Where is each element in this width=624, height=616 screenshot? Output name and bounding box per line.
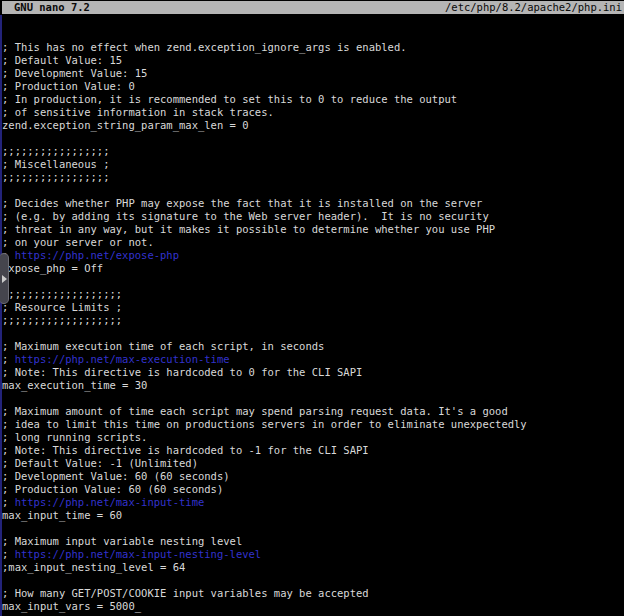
editor-line: ; https://php.net/max-input-nesting-leve… bbox=[2, 548, 624, 561]
editor-line: ; threat in any way, but it makes it pos… bbox=[2, 223, 624, 236]
nano-titlebar: GNU nano 7.2 /etc/php/8.2/apache2/php.in… bbox=[2, 1, 624, 14]
editor-line: ;max_input_nesting_level = 64 bbox=[2, 561, 624, 574]
editor-line: ;;;;;;;;;;;;;;;;; bbox=[2, 171, 624, 184]
editor-line: ; https://php.net/expose-php bbox=[2, 249, 624, 262]
editor-line: ; Default Value: -1 (Unlimited) bbox=[2, 457, 624, 470]
editor-line: ;;;;;;;;;;;;;;;;;;; bbox=[2, 288, 624, 301]
open-file-path: /etc/php/8.2/apache2/php.ini bbox=[445, 1, 624, 14]
control-bar-handle[interactable] bbox=[0, 253, 9, 304]
php-doc-url: https://php.net/expose-php bbox=[15, 249, 179, 261]
editor-line: ; In production, it is recommended to se… bbox=[2, 93, 624, 106]
editor-line bbox=[2, 392, 624, 405]
editor-line: ; Production Value: 0 bbox=[2, 80, 624, 93]
editor-line bbox=[2, 574, 624, 587]
editor-line: max_input_vars = 5000_ bbox=[2, 600, 624, 613]
expand-arrow-icon bbox=[2, 275, 7, 283]
editor-line: ; long running scripts. bbox=[2, 431, 624, 444]
editor-line: ; (e.g. by adding its signature to the W… bbox=[2, 210, 624, 223]
editor-line: ; Miscellaneous ; bbox=[2, 158, 624, 171]
editor-line: ; How many GET/POST/COOKIE input variabl… bbox=[2, 587, 624, 600]
editor-line bbox=[2, 184, 624, 197]
editor-line: ; Default Value: 15 bbox=[2, 54, 624, 67]
editor-line: max_input_time = 60 bbox=[2, 509, 624, 522]
editor-line: ;;;;;;;;;;;;;;;;; bbox=[2, 145, 624, 158]
editor-line: ; on your server or not. bbox=[2, 236, 624, 249]
editor-line bbox=[2, 327, 624, 340]
editor-line: ; Development Value: 15 bbox=[2, 67, 624, 80]
editor-line bbox=[2, 132, 624, 145]
editor-line: ; https://php.net/max-execution-time bbox=[2, 353, 624, 366]
editor-line: ; of sensitive information in stack trac… bbox=[2, 106, 624, 119]
php-doc-url: https://php.net/max-input-time bbox=[15, 496, 205, 508]
php-doc-url: https://php.net/max-execution-time bbox=[15, 353, 230, 365]
editor-line: ;;;;;;;;;;;;;;;;;;; bbox=[2, 314, 624, 327]
editor-area[interactable]: ; This has no effect when zend.exception… bbox=[0, 15, 624, 616]
editor-line: ; Development Value: 60 (60 seconds) bbox=[2, 470, 624, 483]
terminal-screen: GNU nano 7.2 /etc/php/8.2/apache2/php.in… bbox=[0, 0, 624, 616]
editor-line: ; Note: This directive is hardcoded to 0… bbox=[2, 366, 624, 379]
editor-line: ; Maximum amount of time each script may… bbox=[2, 405, 624, 418]
editor-line: ; Resource Limits ; bbox=[2, 301, 624, 314]
editor-line: ; Maximum execution time of each script,… bbox=[2, 340, 624, 353]
editor-line: ; Production Value: 60 (60 seconds) bbox=[2, 483, 624, 496]
editor-line bbox=[2, 522, 624, 535]
editor-line: ; This has no effect when zend.exception… bbox=[2, 41, 624, 54]
editor-line: ; Maximum input variable nesting level bbox=[2, 535, 624, 548]
editor-line: expose_php = Off bbox=[2, 262, 624, 275]
editor-line: max_execution_time = 30 bbox=[2, 379, 624, 392]
nano-version-label: GNU nano 7.2 bbox=[2, 1, 90, 14]
editor-lines: ; This has no effect when zend.exception… bbox=[2, 41, 624, 616]
editor-line: ; idea to limit this time on productions… bbox=[2, 418, 624, 431]
editor-line bbox=[2, 275, 624, 288]
editor-line: ; https://php.net/max-input-time bbox=[2, 496, 624, 509]
editor-line: ; Decides whether PHP may expose the fac… bbox=[2, 197, 624, 210]
text-cursor: _ bbox=[135, 600, 141, 612]
editor-line: ; Note: This directive is hardcoded to -… bbox=[2, 444, 624, 457]
editor-line: zend.exception_string_param_max_len = 0 bbox=[2, 119, 624, 132]
php-doc-url: https://php.net/max-input-nesting-level bbox=[15, 548, 262, 560]
